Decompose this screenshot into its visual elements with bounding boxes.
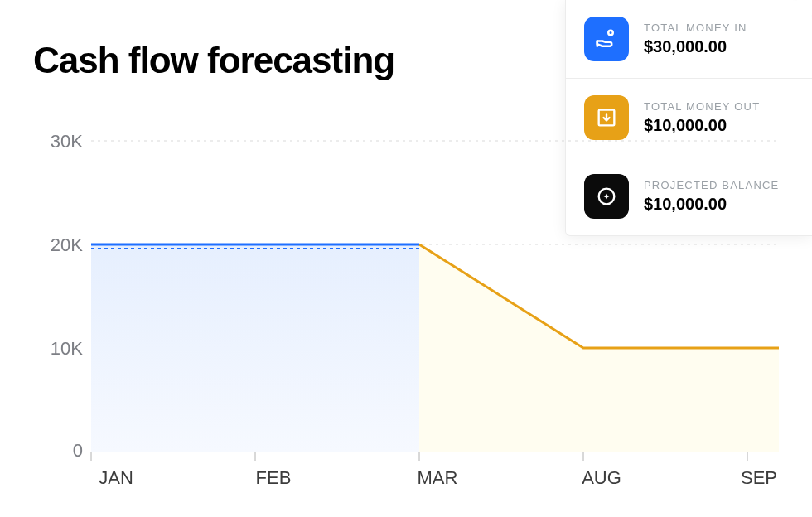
hand-coin-icon <box>584 17 629 61</box>
card-value: $30,000.00 <box>644 37 747 56</box>
ytick-label: 20K <box>51 234 83 255</box>
card-label: TOTAL MONEY OUT <box>644 100 760 113</box>
card-label: TOTAL MONEY IN <box>644 22 747 34</box>
xtick-label: JAN <box>99 467 133 488</box>
xtick-label: SEP <box>741 467 777 488</box>
ytick-label: 30K <box>51 131 83 152</box>
ytick-label: 10K <box>51 338 83 359</box>
ytick-label: 0 <box>73 440 83 461</box>
xtick-label: FEB <box>256 467 292 488</box>
xtick-label: AUG <box>582 467 621 488</box>
page-title: Cash flow forecasting <box>33 40 394 81</box>
cashflow-chart: 30K 20K 10K 0 JAN FEB MAR AUG SEP <box>33 124 779 489</box>
xtick-label: MAR <box>418 467 458 488</box>
card-money-in: TOTAL MONEY IN $30,000.00 <box>566 0 812 79</box>
svg-point-0 <box>608 31 613 36</box>
